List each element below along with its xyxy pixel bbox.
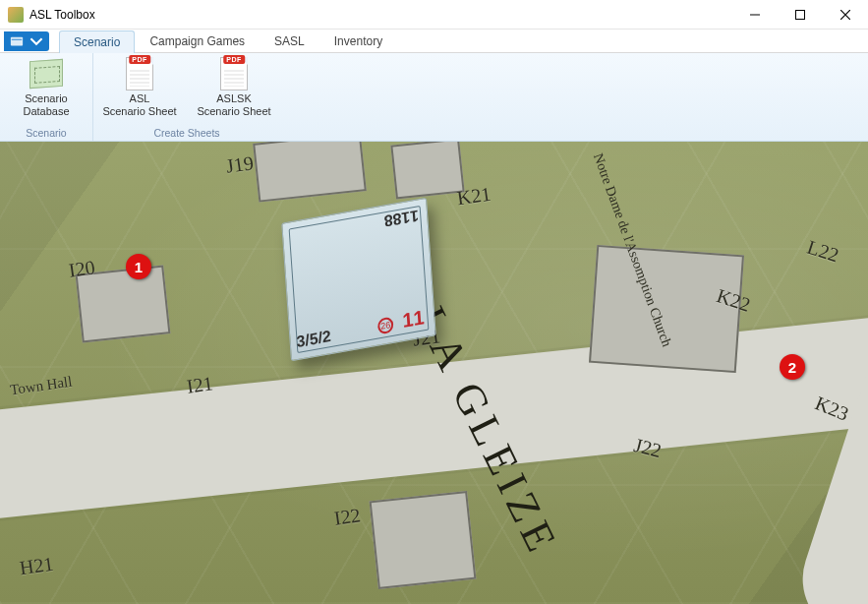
counter-red-circle: 26 <box>377 317 394 335</box>
button-label-line: ASLSK <box>216 92 251 104</box>
tab-label: Inventory <box>334 34 382 48</box>
button-label-line: ASL <box>130 92 150 104</box>
svg-rect-0 <box>796 10 805 19</box>
board-building-church <box>589 245 744 373</box>
game-board-image: I20 J19 K21 L22 I21 J21 K22 J22 K23 H21 … <box>0 142 868 604</box>
town-hall-label: Town Hall <box>9 374 73 399</box>
marker-number: 2 <box>788 359 796 376</box>
ribbon-group-create-sheets: PDF ASLScenario Sheet PDF ASLSKScenario … <box>92 53 280 141</box>
aslsk-scenario-sheet-button[interactable]: PDF ASLSKScenario Sheet <box>196 57 272 118</box>
map-icon <box>29 59 63 89</box>
pdf-icon: PDF <box>220 57 248 91</box>
game-counter: 1188 3/5/2 11 26 <box>281 198 436 361</box>
app-icon <box>8 7 24 23</box>
qat-app-icon <box>10 34 24 48</box>
counter-side-text: 3/5/2 <box>296 328 331 351</box>
maximize-button[interactable] <box>778 0 823 30</box>
hex-label: I22 <box>333 504 363 529</box>
asl-scenario-sheet-button[interactable]: PDF ASLScenario Sheet <box>101 57 178 118</box>
button-label-line: Database <box>23 105 69 117</box>
button-label-line: Scenario Sheet <box>102 105 176 117</box>
board-building <box>390 142 464 200</box>
pdf-badge: PDF <box>129 55 150 64</box>
button-label-line: Scenario <box>25 92 67 104</box>
board-marker: 1 <box>126 254 151 279</box>
pdf-icon: PDF <box>126 57 153 91</box>
board-building <box>370 491 477 589</box>
svg-rect-1 <box>11 37 23 46</box>
window-controls <box>732 0 868 30</box>
hex-label: K21 <box>456 183 492 211</box>
button-label-line: Scenario Sheet <box>197 105 270 117</box>
close-button[interactable] <box>823 0 868 30</box>
pdf-badge: PDF <box>223 55 245 64</box>
ribbon-group-label: Scenario <box>26 127 66 139</box>
hex-label: I21 <box>186 372 215 397</box>
tab-campaign-games[interactable]: Campaign Games <box>135 30 260 52</box>
tab-scenario[interactable]: Scenario <box>59 30 135 53</box>
scenario-database-button[interactable]: ScenarioDatabase <box>8 57 85 118</box>
tab-label: Scenario <box>74 35 120 49</box>
tab-label: SASL <box>274 34 305 48</box>
board-marker: 2 <box>780 354 805 380</box>
qat-dropdown-icon[interactable] <box>29 34 43 48</box>
quick-access-toolbar[interactable] <box>4 31 49 51</box>
minimize-button[interactable] <box>732 0 778 30</box>
board-building <box>253 142 367 203</box>
hex-label: H21 <box>19 553 55 580</box>
counter-top-number: 1188 <box>384 206 420 229</box>
tab-inventory[interactable]: Inventory <box>319 30 397 52</box>
hex-label: L22 <box>804 236 841 268</box>
tab-label: Campaign Games <box>149 34 245 48</box>
hex-label: I20 <box>68 256 97 281</box>
ribbon-tabs-row: Scenario Campaign Games SASL Inventory <box>0 30 868 53</box>
ribbon: ScenarioDatabase Scenario PDF ASLScenari… <box>0 53 868 142</box>
hex-label: J19 <box>225 151 256 178</box>
content-area: I20 J19 K21 L22 I21 J21 K22 J22 K23 H21 … <box>0 142 868 604</box>
ribbon-group-label: Create Sheets <box>153 127 219 139</box>
window-title: ASL Toolbox <box>29 8 95 22</box>
ribbon-tabs: Scenario Campaign Games SASL Inventory <box>59 30 397 52</box>
tab-sasl[interactable]: SASL <box>260 30 319 52</box>
ribbon-group-scenario: ScenarioDatabase Scenario <box>0 53 92 141</box>
title-bar: ASL Toolbox <box>0 0 868 30</box>
counter-red-number: 11 <box>402 306 426 332</box>
marker-number: 1 <box>135 259 143 275</box>
